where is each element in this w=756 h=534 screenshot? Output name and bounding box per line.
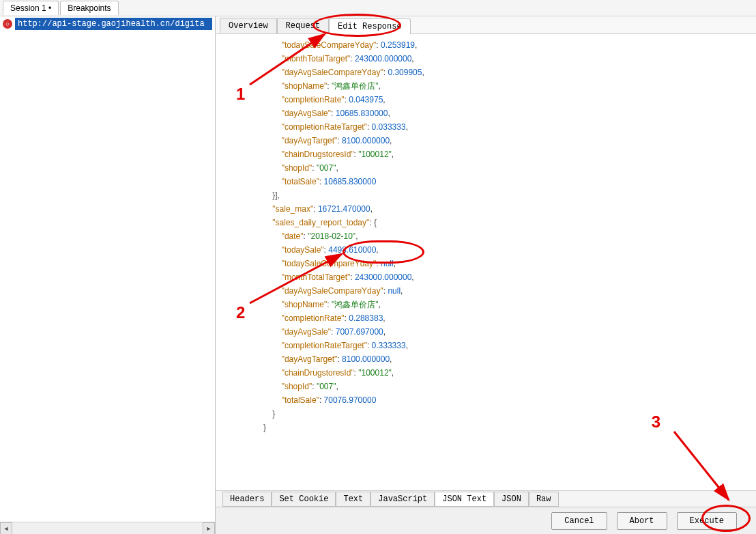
tab-request[interactable]: Request [277, 18, 329, 33]
response-pane: Overview Request Edit Response "todaySal… [216, 16, 756, 534]
horizontal-scrollbar[interactable]: ◄ ► [0, 522, 215, 534]
tab-breakpoints[interactable]: Breakpoints [60, 1, 118, 15]
sessions-pane: ○ http://api-stage.gaojihealth.cn/digita… [0, 16, 216, 534]
tab-edit-response[interactable]: Edit Response [329, 18, 411, 34]
session-row[interactable]: ○ http://api-stage.gaojihealth.cn/digita [0, 16, 215, 31]
breakpoint-stop-icon: ○ [3, 19, 12, 29]
cancel-button[interactable]: Cancel [551, 512, 607, 530]
tab-text[interactable]: Text [336, 492, 370, 507]
abort-button[interactable]: Abort [617, 512, 667, 530]
scroll-right-icon[interactable]: ► [203, 522, 215, 535]
tab-headers[interactable]: Headers [222, 492, 272, 507]
tab-session-1[interactable]: Session 1 • [3, 1, 59, 15]
sessions-list-body [0, 31, 215, 522]
top-tab-bar: Session 1 • Breakpoints [0, 0, 756, 16]
tab-raw[interactable]: Raw [529, 492, 559, 507]
tab-overview[interactable]: Overview [220, 18, 277, 33]
action-buttons: Cancel Abort Execute [216, 507, 756, 534]
execute-button[interactable]: Execute [677, 512, 737, 530]
session-url[interactable]: http://api-stage.gaojihealth.cn/digita [15, 18, 212, 30]
tab-javascript[interactable]: JavaScript [370, 492, 435, 507]
tab-json[interactable]: JSON [494, 492, 529, 507]
tab-set-cookie[interactable]: Set Cookie [272, 492, 336, 507]
scroll-left-icon[interactable]: ◄ [0, 522, 12, 535]
response-bottom-tabs: Headers Set Cookie Text JavaScript JSON … [216, 490, 756, 507]
main-split: ○ http://api-stage.gaojihealth.cn/digita… [0, 16, 756, 534]
scroll-track[interactable] [12, 522, 203, 535]
json-editor[interactable]: "todaySaleCompareYday": 0.253919, "month… [216, 34, 756, 490]
response-top-tabs: Overview Request Edit Response [216, 16, 756, 34]
tab-json-text[interactable]: JSON Text [435, 492, 494, 507]
